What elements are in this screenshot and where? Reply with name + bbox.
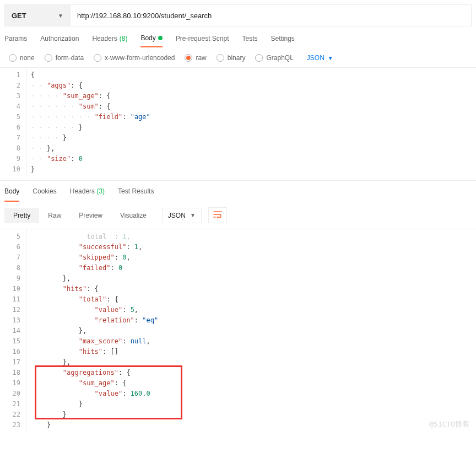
wrap-lines-button[interactable] [208,207,227,223]
body-type-options: none form-data x-www-form-urlencoded raw… [0,47,476,67]
resp-headers-count: (3) [96,187,105,195]
headers-count: (8) [120,35,128,42]
response-view-toolbar: Pretty Raw Preview Visualize JSON▼ [0,202,476,229]
wrap-icon [213,211,222,218]
resp-tab-cookies[interactable]: Cookies [33,187,56,202]
tab-tests[interactable]: Tests [242,34,257,47]
raw-type-dropdown[interactable]: JSON▼ [307,54,333,62]
view-mode-segment: Pretty Raw Preview Visualize [4,208,155,223]
view-raw[interactable]: Raw [39,208,70,223]
code-area[interactable]: {· · "aggs": {· · · · "sum_age": {· · · … [26,68,476,177]
line-gutter: 567891011121314151617181920212223 [0,229,26,433]
radio-binary[interactable]: binary [217,54,246,62]
tab-headers[interactable]: Headers (8) [92,34,127,47]
tab-settings[interactable]: Settings [271,34,295,47]
tab-prerequest[interactable]: Pre-request Script [176,34,229,47]
view-pretty[interactable]: Pretty [4,208,39,223]
radio-formdata[interactable]: form-data [45,54,84,62]
chevron-down-icon: ▼ [58,13,63,19]
response-type-dropdown[interactable]: JSON▼ [162,208,202,223]
response-tabs: Body Cookies Headers (3) Test Results [0,180,476,202]
tab-authorization[interactable]: Authorization [40,34,79,47]
dot-indicator-icon [158,36,163,40]
view-visualize[interactable]: Visualize [111,208,155,223]
resp-tab-tests[interactable]: Test Results [118,187,154,202]
resp-tab-body[interactable]: Body [4,187,19,202]
tab-body[interactable]: Body [140,34,162,47]
code-area[interactable]: total : 1, "successful": 1, "skipped": 0… [26,229,476,433]
response-body-editor[interactable]: 567891011121314151617181920212223 total … [0,229,476,433]
tab-params[interactable]: Params [4,34,27,47]
http-method-value: GET [12,12,26,20]
chevron-down-icon: ▼ [190,212,196,218]
radio-none[interactable]: none [9,54,35,62]
view-preview[interactable]: Preview [70,208,111,223]
request-body-editor[interactable]: 12345678910 {· · "aggs": {· · · · "sum_a… [0,67,476,177]
url-input[interactable] [71,4,472,26]
http-method-dropdown[interactable]: GET ▼ [4,4,71,26]
resp-tab-headers[interactable]: Headers (3) [70,187,105,202]
radio-raw[interactable]: raw [185,54,206,62]
request-tabs: Params Authorization Headers (8) Body Pr… [0,26,476,47]
line-gutter: 12345678910 [0,68,26,177]
radio-xwww[interactable]: x-www-form-urlencoded [94,54,175,62]
chevron-down-icon: ▼ [328,55,333,61]
watermark: @51CTO博客 [429,419,469,429]
radio-graphql[interactable]: GraphQL [255,54,293,62]
